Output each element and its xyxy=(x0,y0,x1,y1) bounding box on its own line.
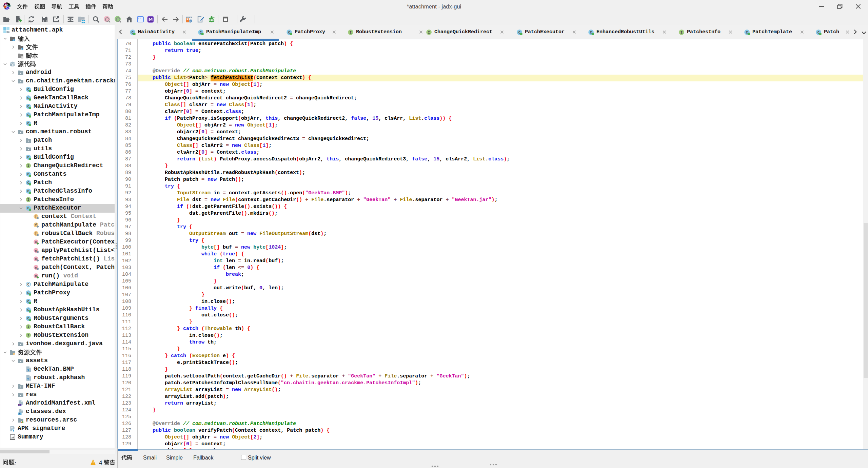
svg-text:?: ? xyxy=(27,377,29,381)
svg-text:I: I xyxy=(680,31,683,35)
svg-text:I: I xyxy=(350,31,352,35)
svg-text:I: I xyxy=(27,198,29,202)
svg-text:I: I xyxy=(27,334,29,337)
svg-text:MF: MF xyxy=(18,404,22,406)
svg-text:C: C xyxy=(27,283,29,287)
svg-text:?: ? xyxy=(27,369,29,373)
svg-text:I: I xyxy=(27,164,29,168)
svg-text:J: J xyxy=(18,412,20,415)
svg-text:I: I xyxy=(27,325,29,329)
svg-text:I: I xyxy=(428,31,430,35)
